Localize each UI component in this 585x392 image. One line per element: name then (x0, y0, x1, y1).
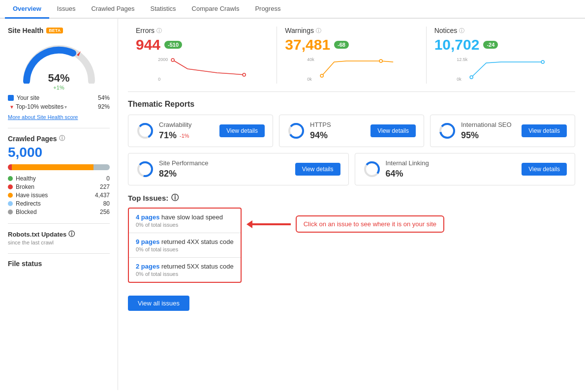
legend-top-sites: ▼ Top-10% websites ▾ 92% (8, 103, 110, 110)
site-health-gauge: 54% +1% (20, 39, 98, 84)
svg-point-18 (440, 124, 454, 138)
metrics-row: Errors ⓘ 944 -510 2000 0 Warnin (128, 27, 575, 92)
crawlability-label: Crawlability (159, 121, 191, 128)
blocked-dot (8, 210, 13, 214)
reports-grid-bottom: Site Performance 82% View details (128, 153, 575, 185)
tab-crawled-pages[interactable]: Crawled Pages (83, 0, 142, 19)
issue-item-2[interactable]: 9 pages returned 4XX status code 0% of t… (129, 233, 241, 258)
top-issues-title: Top Issues: ⓘ (128, 193, 575, 203)
issue-pct-1: 0% of total issues (136, 222, 234, 228)
file-status-title: File status (8, 260, 110, 268)
issue-item-1[interactable]: 4 pages have slow load speed 0% of total… (129, 209, 241, 233)
internal-linking-view-btn[interactable]: View details (522, 163, 567, 176)
top-issues-info-icon[interactable]: ⓘ (171, 193, 179, 203)
crawled-count: 5,000 (8, 145, 110, 160)
internal-linking-label: Internal Linking (386, 159, 429, 167)
report-https: HTTPS 94% View details (279, 115, 424, 147)
top-issues-section: Top Issues: ⓘ 4 pages have slow load spe… (128, 193, 575, 311)
tooltip-text: Click on an issue to see where it is on … (304, 220, 436, 228)
issue-text-1: 4 pages have slow load speed (136, 213, 234, 221)
crawled-pages-info-icon[interactable]: ⓘ (59, 134, 65, 143)
svg-point-11 (470, 76, 473, 79)
redirects-dot (8, 201, 13, 206)
notices-info-icon[interactable]: ⓘ (459, 27, 464, 34)
notices-sparkline: 12.5k 0k (434, 55, 567, 82)
robots-txt-title: Robots.txt Updates ⓘ (8, 230, 110, 239)
status-redirects: Redirects 80 (8, 200, 110, 207)
crawlability-change: -1% (180, 133, 189, 139)
robots-txt-subtitle: since the last crawl (8, 240, 110, 245)
arrow-container (251, 223, 291, 225)
errors-metric: Errors ⓘ 944 -510 2000 0 (128, 27, 277, 84)
site-performance-view-btn[interactable]: View details (295, 163, 340, 176)
https-pct: 94% (310, 130, 328, 141)
report-site-performance-info: Site Performance 82% (136, 159, 208, 179)
svg-text:12.5k: 12.5k (457, 57, 468, 62)
warnings-info-icon[interactable]: ⓘ (316, 27, 321, 34)
site-health-title: Site Health BETA (8, 27, 110, 34)
errors-label: Errors ⓘ (136, 27, 269, 34)
report-internal-linking-info: Internal Linking 64% (363, 159, 429, 179)
internal-linking-pct: 64% (386, 169, 403, 179)
status-have-issues: Have issues 4,437 (8, 192, 110, 199)
thematic-reports-section: Thematic Reports Crawlability 71% (128, 100, 575, 185)
report-crawlability-info: Crawlability 71% -1% (136, 121, 191, 141)
crawled-pages-title: Crawled Pages ⓘ (8, 134, 110, 143)
legend-your-site: Your site 54% (8, 94, 110, 101)
tab-compare-crawls[interactable]: Compare Crawls (184, 0, 247, 19)
have-issues-dot (8, 193, 13, 198)
issue-link-3[interactable]: 2 pages (136, 263, 159, 270)
issue-link-2[interactable]: 9 pages (136, 238, 159, 245)
warnings-metric: Warnings ⓘ 37,481 -68 40k 0k (277, 27, 426, 84)
intl-seo-view-btn[interactable]: View details (522, 124, 567, 137)
report-crawlability: Crawlability 71% -1% View details (128, 115, 273, 147)
healthy-dot (8, 176, 13, 181)
arrow-shaft (251, 223, 291, 225)
report-intl-seo-info: International SEO 95% (438, 121, 512, 141)
crawlability-donut (136, 122, 154, 140)
tab-statistics[interactable]: Statistics (143, 0, 184, 19)
thematic-reports-title: Thematic Reports (128, 100, 575, 109)
crawled-pages-section: Crawled Pages ⓘ 5,000 Healthy 0 (8, 134, 110, 215)
issue-item-3[interactable]: 2 pages returned 5XX status code 0% of t… (129, 258, 241, 282)
issue-text-3: 2 pages returned 5XX status code (136, 263, 234, 270)
status-broken: Broken 227 (8, 183, 110, 190)
gauge-percentage: 54% (48, 73, 69, 84)
tab-issues[interactable]: Issues (49, 0, 84, 19)
https-view-btn[interactable]: View details (370, 124, 416, 137)
your-site-dot (8, 95, 14, 101)
svg-text:2000: 2000 (158, 57, 168, 62)
arrow-head (246, 220, 252, 228)
issue-link-1[interactable]: 4 pages (136, 213, 159, 221)
svg-text:0k: 0k (457, 77, 462, 82)
beta-badge: BETA (46, 28, 63, 33)
report-https-info: HTTPS 94% (287, 121, 331, 141)
tooltip-arrow-area: Click on an issue to see where it is on … (251, 215, 444, 233)
errors-sparkline: 2000 0 (136, 55, 269, 82)
view-all-issues-btn[interactable]: View all issues (128, 296, 189, 311)
main-content: Errors ⓘ 944 -510 2000 0 Warnin (118, 19, 585, 390)
svg-point-12 (541, 60, 544, 63)
issues-list: 4 pages have slow load speed 0% of total… (128, 208, 242, 283)
more-site-health-link[interactable]: More about Site Health score (8, 114, 110, 120)
warnings-value: 37,481 (285, 36, 330, 53)
errors-value-row: 944 -510 (136, 36, 269, 53)
main-layout: Site Health BETA 54% +1% (0, 19, 585, 390)
issue-pct-3: 0% of total issues (136, 271, 234, 277)
site-performance-pct: 82% (159, 169, 177, 179)
notices-change-badge: -24 (483, 41, 498, 49)
crawled-progress-bar (8, 164, 110, 170)
crawled-status-list: Healthy 0 Broken 227 Have issues (8, 175, 110, 215)
issue-pct-2: 0% of total issues (136, 246, 234, 252)
sidebar: Site Health BETA 54% +1% (0, 19, 118, 390)
warnings-change-badge: -68 (334, 41, 349, 49)
robots-info-icon[interactable]: ⓘ (68, 230, 75, 239)
svg-point-3 (171, 59, 174, 61)
errors-change-badge: -510 (164, 41, 182, 49)
tab-overview[interactable]: Overview (5, 0, 49, 19)
tab-progress[interactable]: Progress (247, 0, 288, 19)
errors-info-icon[interactable]: ⓘ (156, 27, 162, 34)
svg-text:40k: 40k (307, 57, 314, 62)
crawlability-view-btn[interactable]: View details (219, 124, 265, 137)
https-donut (287, 122, 305, 140)
